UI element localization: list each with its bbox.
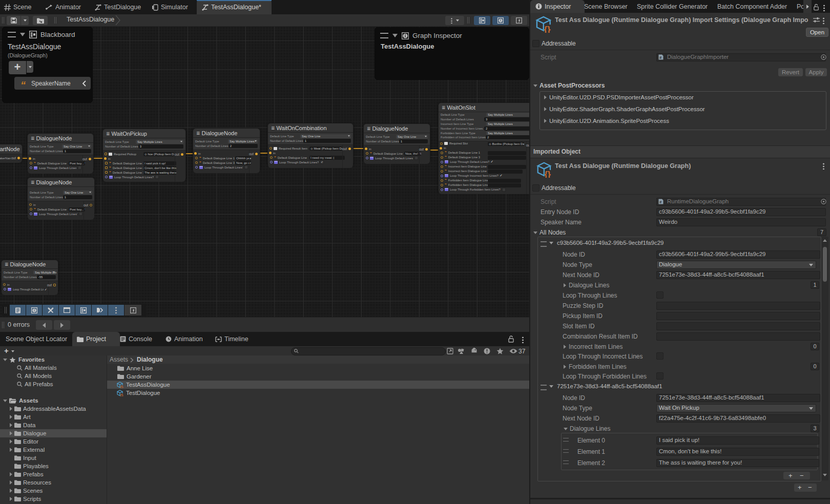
svg-text:#: # xyxy=(659,200,662,204)
svg-text:{}: {} xyxy=(120,392,123,396)
svg-text:{}: {} xyxy=(544,25,551,33)
svg-text:{}: {} xyxy=(545,170,551,178)
svg-text:#: # xyxy=(659,55,662,60)
svg-text:{}: {} xyxy=(120,384,123,388)
